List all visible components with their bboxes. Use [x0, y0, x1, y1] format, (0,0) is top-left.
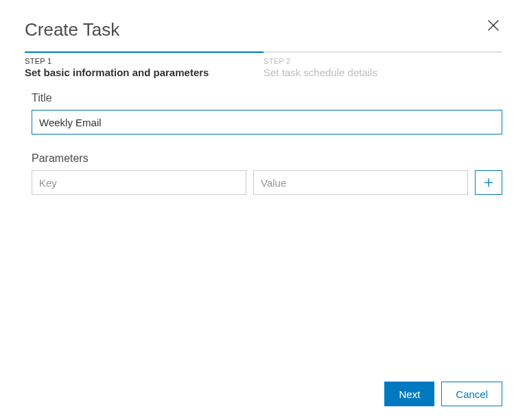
parameters-field-group: Parameters	[32, 152, 502, 195]
step-1-desc: Set basic information and parameters	[25, 67, 264, 78]
step-2[interactable]: STEP 2 Set task schedule details	[264, 51, 502, 78]
step-1[interactable]: STEP 1 Set basic information and paramet…	[25, 51, 264, 78]
dialog-footer: Next Cancel	[25, 382, 502, 406]
title-input[interactable]	[32, 110, 502, 135]
parameter-value-input[interactable]	[253, 170, 468, 195]
title-label: Title	[32, 92, 502, 104]
stepper: STEP 1 Set basic information and paramet…	[25, 51, 502, 78]
create-task-dialog: Create Task STEP 1 Set basic information…	[0, 0, 527, 420]
title-field-group: Title	[32, 92, 502, 135]
dialog-title: Create Task	[25, 19, 119, 40]
parameters-row	[32, 170, 502, 195]
cancel-button[interactable]: Cancel	[441, 382, 502, 406]
step-2-desc: Set task schedule details	[264, 67, 502, 78]
add-parameter-button[interactable]	[475, 170, 502, 195]
dialog-header: Create Task	[25, 19, 502, 40]
step-2-label: STEP 2	[264, 57, 502, 65]
step-1-label: STEP 1	[25, 57, 264, 65]
plus-icon	[482, 176, 495, 189]
close-icon[interactable]	[484, 16, 502, 34]
next-button[interactable]: Next	[384, 382, 434, 406]
form-area: Title Parameters	[25, 92, 502, 382]
parameter-key-input[interactable]	[32, 170, 246, 195]
parameters-label: Parameters	[32, 152, 502, 165]
